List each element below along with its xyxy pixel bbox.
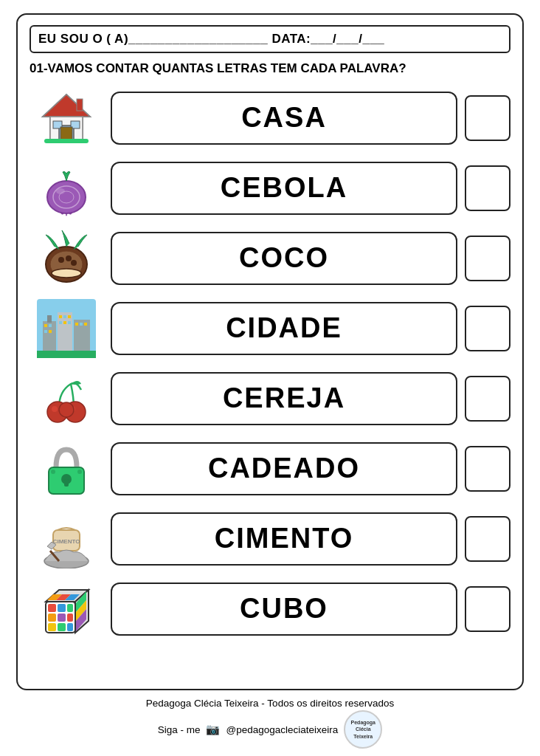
row-cimento: CIMENTO CIMENTO xyxy=(30,506,510,572)
cherry-svg xyxy=(37,369,96,428)
svg-point-40 xyxy=(52,406,58,412)
icon-cebola xyxy=(30,157,103,219)
svg-rect-35 xyxy=(75,323,78,326)
word-box-cubo: CUBO xyxy=(111,583,457,636)
instagram-icon: 📷 xyxy=(206,723,220,736)
footer-line2: Siga - me 📷 @pedagogacleciateixeira Peda… xyxy=(158,710,383,749)
svg-rect-32 xyxy=(59,321,62,324)
word-box-coco: COCO xyxy=(111,232,457,285)
word-box-casa: CASA xyxy=(111,92,457,145)
svg-rect-37 xyxy=(84,323,87,326)
row-cadeado: CADEADO xyxy=(30,436,510,502)
svg-rect-8 xyxy=(77,99,83,111)
footer: Pedagoga Clécia Teixeira - Todos os dire… xyxy=(146,698,394,749)
svg-rect-26 xyxy=(49,324,52,327)
word-box-cadeado: CADEADO xyxy=(111,442,457,495)
svg-rect-29 xyxy=(59,315,62,318)
icon-cimento: CIMENTO xyxy=(30,507,103,570)
svg-rect-55 xyxy=(48,604,56,612)
row-casa: CASA xyxy=(30,85,510,151)
svg-point-13 xyxy=(56,188,65,194)
word-box-cidade: CIDADE xyxy=(111,302,457,355)
icon-cubo xyxy=(30,577,103,640)
svg-text:CIMENTO: CIMENTO xyxy=(53,538,80,545)
svg-point-43 xyxy=(59,402,74,417)
svg-rect-23 xyxy=(58,312,72,352)
answer-box-cimento[interactable] xyxy=(465,516,510,562)
answer-box-cadeado[interactable] xyxy=(465,446,510,492)
row-cidade: CIDADE xyxy=(30,295,510,362)
svg-rect-9 xyxy=(44,139,89,143)
svg-rect-63 xyxy=(67,623,73,631)
icon-coco xyxy=(30,227,103,289)
icon-casa xyxy=(30,86,103,149)
svg-rect-61 xyxy=(48,623,56,631)
main-container: EU SOU O ( A)___________________ DATA:__… xyxy=(16,13,524,690)
svg-rect-33 xyxy=(63,321,66,324)
svg-rect-38 xyxy=(37,351,96,358)
row-cebola: CEBOLA xyxy=(30,155,510,221)
row-coco: COCO xyxy=(30,225,510,292)
brand-logo: PedagogaCléciaTeixeira xyxy=(344,710,382,749)
svg-rect-25 xyxy=(44,324,47,327)
svg-rect-46 xyxy=(64,479,69,487)
svg-rect-36 xyxy=(80,323,83,326)
coconut-svg xyxy=(37,229,96,288)
svg-point-19 xyxy=(52,269,81,278)
svg-rect-58 xyxy=(48,614,56,622)
svg-rect-59 xyxy=(58,614,66,622)
answer-box-coco[interactable] xyxy=(465,236,510,281)
padlock-svg xyxy=(37,439,96,498)
svg-rect-34 xyxy=(68,321,71,324)
onion-svg xyxy=(37,159,96,218)
svg-rect-62 xyxy=(58,623,66,631)
header-bar: EU SOU O ( A)___________________ DATA:__… xyxy=(30,25,510,53)
city-svg xyxy=(37,299,96,358)
svg-rect-57 xyxy=(67,604,73,612)
svg-rect-30 xyxy=(63,315,66,318)
cement-svg: CIMENTO xyxy=(37,509,96,568)
svg-rect-28 xyxy=(49,330,52,333)
rubik-svg xyxy=(37,580,96,639)
svg-rect-7 xyxy=(60,127,72,140)
svg-point-17 xyxy=(66,255,72,261)
svg-rect-22 xyxy=(47,315,52,323)
instruction-text: 01-VAMOS CONTAR QUANTAS LETRAS TEM CADA … xyxy=(30,61,510,78)
answer-box-cereja[interactable] xyxy=(465,376,510,422)
svg-point-47 xyxy=(51,470,55,474)
icon-cidade xyxy=(30,297,103,360)
answer-box-cidade[interactable] xyxy=(465,306,510,351)
svg-rect-56 xyxy=(58,604,66,612)
svg-point-16 xyxy=(58,257,64,263)
answer-box-casa[interactable] xyxy=(465,95,510,141)
svg-rect-60 xyxy=(67,614,73,622)
svg-rect-31 xyxy=(68,315,71,318)
footer-handle: @pedagogacleciateixeira xyxy=(226,724,338,735)
word-box-cereja: CEREJA xyxy=(111,372,457,425)
svg-point-48 xyxy=(77,470,82,474)
icon-cadeado xyxy=(30,437,103,500)
word-rows: CASA xyxy=(30,85,510,681)
answer-box-cubo[interactable] xyxy=(465,586,510,632)
word-box-cebola: CEBOLA xyxy=(111,162,457,215)
footer-line1: Pedagoga Clécia Teixeira - Todos os dire… xyxy=(146,698,394,709)
svg-point-18 xyxy=(71,260,77,266)
row-cereja: CEREJA xyxy=(30,365,510,432)
house-svg xyxy=(37,89,96,148)
answer-box-cebola[interactable] xyxy=(465,165,510,211)
svg-rect-27 xyxy=(44,330,47,333)
icon-cereja xyxy=(30,367,103,430)
footer-siga: Siga - me xyxy=(158,724,201,735)
word-box-cimento: CIMENTO xyxy=(111,512,457,566)
row-cubo: CUBO xyxy=(30,576,510,642)
